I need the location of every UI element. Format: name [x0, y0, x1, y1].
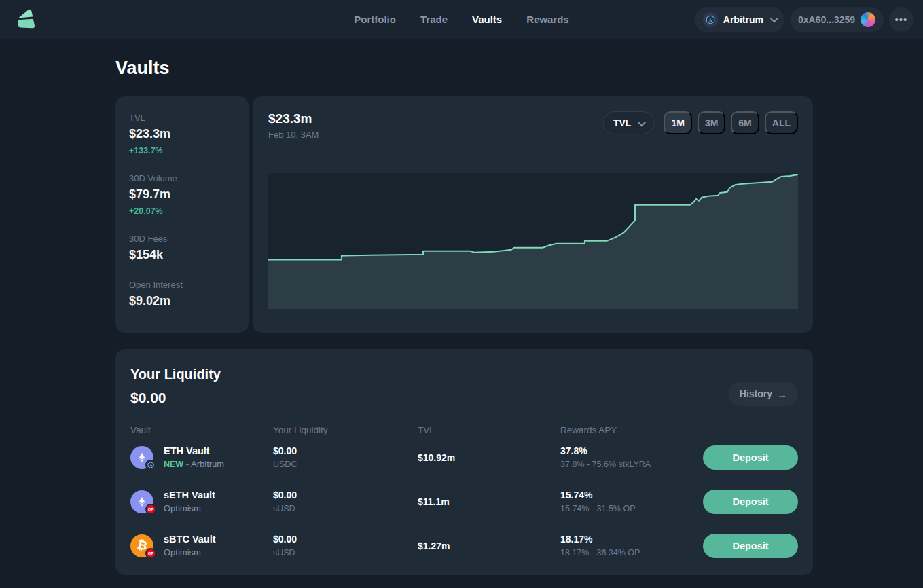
row-apy-value: 15.74% [560, 490, 703, 500]
stat-value: $23.3m [129, 127, 235, 141]
arbitrum-badge-icon [145, 460, 156, 471]
row-liquidity-value: $0.00 [273, 445, 418, 456]
stat-label: TVL [129, 113, 235, 123]
table-row[interactable]: OP sETH Vault Optimism $0.00 sUSD $11.1m… [130, 479, 798, 523]
page-title: Vaults [115, 58, 813, 79]
vault-network: NEW - Arbitrum [164, 459, 224, 469]
nav-link-trade[interactable]: Trade [420, 14, 448, 25]
top-nav: Portfolio Trade Vaults Rewards Arbitrum … [0, 0, 923, 39]
optimism-badge-icon: OP [145, 548, 156, 559]
stat-label: Open Interest [129, 280, 235, 290]
row-liquidity-currency: sUSD [273, 548, 418, 557]
stat-change: +133.7% [129, 146, 235, 155]
wallet-address: 0xA60...3259 [798, 14, 855, 25]
stat-tvl: TVL $23.3m +133.7% [129, 113, 235, 155]
lyra-logo-icon[interactable] [14, 8, 37, 31]
row-liquidity-value: $0.00 [273, 534, 418, 545]
row-apy-range: 18.17% - 36.34% OP [560, 548, 703, 557]
stat-change: +20.07% [129, 206, 235, 216]
col-rewards-apy: Rewards APY [560, 425, 703, 435]
tvl-area-chart[interactable] [268, 173, 798, 309]
history-button[interactable]: History → [729, 382, 798, 406]
vault-icon: OP [130, 490, 153, 513]
vault-icon: ₿ OP [130, 534, 153, 557]
new-badge: NEW [164, 460, 183, 469]
vault-name: sETH Vault [164, 490, 215, 500]
arbitrum-icon [703, 12, 718, 27]
chart-value: $23.3m [268, 111, 319, 126]
row-liquidity-value: $0.00 [273, 490, 418, 500]
liquidity-value: $0.00 [130, 390, 221, 406]
row-apy-value: 18.17% [560, 534, 703, 545]
chart-readout: $23.3m Feb 10, 3AM [268, 111, 319, 140]
history-label: History [740, 388, 772, 399]
range-button-all[interactable]: ALL [765, 111, 798, 134]
deposit-button[interactable]: Deposit [703, 445, 798, 470]
arrow-right-icon: → [777, 388, 787, 400]
row-tvl-value: $11.1m [418, 496, 560, 507]
vault-network: Optimism [164, 547, 216, 557]
table-row[interactable]: ₿ OP sBTC Vault Optimism $0.00 sUSD $1.2… [130, 523, 798, 568]
stat-value: $79.7m [129, 187, 235, 202]
stat-value: $154k [129, 248, 235, 262]
tvl-chart-card: $23.3m Feb 10, 3AM TVL 1M 3M 6M ALL [253, 96, 813, 333]
row-tvl-value: $1.27m [418, 540, 560, 551]
range-button-3m[interactable]: 3M [698, 111, 725, 134]
wallet-avatar [861, 12, 875, 27]
vault-name: sBTC Vault [164, 534, 216, 545]
wallet-button[interactable]: 0xA60...3259 [790, 7, 884, 32]
network-selector[interactable]: Arbitrum [695, 7, 784, 32]
row-tvl-value: $10.92m [418, 452, 560, 463]
metric-dropdown[interactable]: TVL [603, 111, 654, 134]
nav-link-portfolio[interactable]: Portfolio [354, 14, 396, 25]
range-selector: 1M 3M 6M ALL [664, 111, 798, 134]
row-liquidity-currency: USDC [273, 460, 418, 469]
nav-link-rewards[interactable]: Rewards [526, 14, 569, 25]
col-tvl: TVL [418, 425, 560, 435]
nav-right-controls: Arbitrum 0xA60...3259 ••• [695, 7, 913, 32]
row-apy-range: 37.8% - 75.6% stkLYRA [560, 460, 703, 469]
deposit-button[interactable]: Deposit [703, 534, 798, 558]
table-header: Vault Your Liquidity TVL Rewards APY [130, 425, 798, 435]
nav-link-vaults[interactable]: Vaults [472, 14, 502, 25]
col-vault: Vault [130, 425, 273, 435]
stat-open-interest: Open Interest $9.02m [129, 280, 235, 308]
primary-nav: Portfolio Trade Vaults Rewards [354, 0, 568, 39]
network-label: Arbitrum [723, 14, 763, 25]
row-liquidity-currency: sUSD [273, 504, 418, 513]
deposit-button[interactable]: Deposit [703, 490, 798, 514]
vault-table-body: ETH Vault NEW - Arbitrum $0.00 USDC $10.… [130, 435, 798, 568]
row-apy-value: 37.8% [560, 445, 703, 456]
ellipsis-icon: ••• [895, 14, 908, 25]
stat-value: $9.02m [129, 294, 235, 308]
vault-icon [130, 446, 153, 469]
chart-timestamp: Feb 10, 3AM [268, 130, 319, 140]
chevron-down-icon [770, 14, 778, 23]
overview-section: TVL $23.3m +133.7% 30D Volume $79.7m +20… [115, 96, 813, 333]
your-liquidity-section: Your Liquidity $0.00 History → Vault You… [115, 349, 813, 575]
more-menu-button[interactable]: ••• [889, 7, 913, 32]
vault-name: ETH Vault [164, 445, 224, 456]
chevron-down-icon [638, 117, 647, 126]
range-button-6m[interactable]: 6M [731, 111, 759, 134]
liquidity-summary: Your Liquidity $0.00 [130, 367, 221, 406]
vault-network: Optimism [164, 503, 215, 513]
metric-label: TVL [613, 117, 631, 128]
stat-label: 30D Volume [129, 173, 235, 183]
liquidity-title: Your Liquidity [130, 367, 221, 382]
stats-panel: TVL $23.3m +133.7% 30D Volume $79.7m +20… [115, 96, 249, 333]
stat-30d-volume: 30D Volume $79.7m +20.07% [129, 173, 235, 216]
table-row[interactable]: ETH Vault NEW - Arbitrum $0.00 USDC $10.… [130, 435, 798, 479]
col-your-liquidity: Your Liquidity [273, 425, 418, 435]
stat-label: 30D Fees [129, 234, 235, 244]
range-button-1m[interactable]: 1M [664, 111, 691, 134]
stat-30d-fees: 30D Fees $154k [129, 234, 235, 262]
optimism-badge-icon: OP [145, 504, 156, 515]
row-apy-range: 15.74% - 31.5% OP [560, 504, 703, 513]
